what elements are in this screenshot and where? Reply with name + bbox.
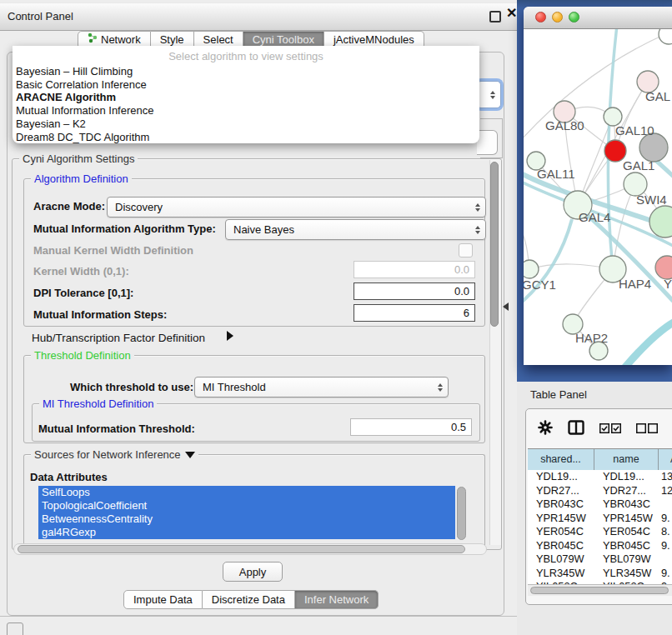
- mi-threshold-definition-title: MI Threshold Definition: [39, 398, 157, 410]
- aracne-mode-select[interactable]: Discovery: [107, 197, 486, 218]
- attribute-item[interactable]: SelfLoops: [38, 486, 455, 499]
- label-gal1: GAL1: [623, 158, 654, 172]
- label-y-partial: Y: [664, 277, 672, 291]
- mi-algorithm-type-label: Mutual Information Algorithm Type:: [33, 222, 216, 235]
- label-hap2: HAP2: [575, 331, 608, 345]
- control-panel-title: Control Panel: [8, 3, 73, 30]
- algorithm-option[interactable]: Mutual Information Inference: [13, 104, 479, 118]
- node-gcy1[interactable]: [524, 260, 539, 278]
- mi-steps-input[interactable]: [354, 304, 475, 322]
- which-threshold-value: MI Threshold: [203, 381, 266, 393]
- attribute-item[interactable]: TopologicalCoefficient: [38, 499, 455, 512]
- inference-algorithm-combo-fragment[interactable]: [477, 81, 501, 108]
- column-header-shared-name[interactable]: shared...: [528, 449, 594, 471]
- attributes-scrollbar-thumb[interactable]: [457, 487, 466, 540]
- table-hscrollbar-track[interactable]: [528, 584, 672, 596]
- label-gal-partial: GAL: [645, 89, 670, 103]
- kernel-width-input[interactable]: [354, 261, 475, 278]
- algorithm-option[interactable]: Dream8 DC_TDC Algorithm: [13, 131, 479, 143]
- mi-steps-label: Mutual Information Steps:: [33, 308, 167, 321]
- table-row[interactable]: YBR045CYBR045C9.: [528, 539, 672, 553]
- aracne-mode-value: Discovery: [115, 201, 163, 213]
- node-gray[interactable]: [639, 133, 668, 162]
- algorithm-option-highlighted[interactable]: ARACNE Algorithm: [13, 91, 479, 104]
- panel-collapse-arrow-icon[interactable]: [503, 302, 509, 311]
- mi-threshold-label: Mutual Information Threshold:: [38, 422, 195, 435]
- attribute-item[interactable]: gal4RGexp: [38, 526, 455, 539]
- split-columns-icon[interactable]: [568, 420, 584, 438]
- mi-threshold-input[interactable]: [350, 418, 472, 436]
- mi-algorithm-type-select[interactable]: Naive Bayes: [225, 219, 486, 240]
- algorithm-option[interactable]: Bayesian – Hill Climbing: [13, 65, 479, 78]
- close-window-button[interactable]: [535, 12, 546, 22]
- spinner-arrows-icon: [475, 226, 480, 234]
- manual-kernel-width-checkbox[interactable]: [459, 243, 473, 258]
- algorithm-option[interactable]: Basic Correlation Inference: [13, 78, 479, 92]
- column-header-partial[interactable]: A: [659, 449, 672, 471]
- table-panel: shared... name A YDL19...YDL19...13 YDR2…: [525, 408, 672, 605]
- tab-impute-data[interactable]: Impute Data: [123, 590, 203, 609]
- node-partial-top[interactable]: [659, 29, 672, 44]
- table-row[interactable]: YDR27...YDR27...12: [528, 484, 672, 498]
- collapse-down-icon[interactable]: [185, 452, 195, 458]
- bottom-tabstrip: Impute Data Discretize Data Infer Networ…: [123, 590, 379, 609]
- label-gal80: GAL80: [545, 118, 584, 132]
- network-graph: GAL GAL80 GAL10 GAL1 GAL11 GAL4 SWI4 GCY…: [524, 29, 672, 365]
- checked-pair-icon[interactable]: [599, 422, 621, 437]
- table-row[interactable]: YER054CYER054C8.: [528, 525, 672, 539]
- tab-discretize-data[interactable]: Discretize Data: [203, 590, 295, 609]
- algorithm-option[interactable]: Bayesian – K2: [13, 118, 479, 131]
- background-combo-fragment: [477, 130, 498, 155]
- table-row[interactable]: YBR043CYBR043C: [528, 498, 672, 512]
- label-hap4: HAP4: [619, 277, 651, 291]
- table-row[interactable]: YDL19...YDL19...13: [528, 470, 672, 484]
- table-panel-title: Table Panel: [530, 388, 587, 401]
- data-attributes-label: Data Attributes: [30, 471, 108, 483]
- node-salmon[interactable]: [655, 256, 672, 279]
- cyni-algorithm-settings-title: Cyni Algorithm Settings: [19, 152, 138, 165]
- sources-title: Sources for Network Inference: [31, 448, 198, 461]
- unchecked-pair-icon[interactable]: [636, 422, 658, 437]
- expand-right-icon[interactable]: [227, 331, 233, 341]
- mi-algorithm-type-value: Naive Bayes: [233, 223, 294, 236]
- table-toolbar: [526, 409, 672, 448]
- table-row[interactable]: YPR145WYPR145W9.: [528, 512, 672, 526]
- bottom-mini-button[interactable]: [7, 622, 23, 635]
- table-row[interactable]: YBL079WYBL079W: [528, 552, 672, 567]
- table-row[interactable]: YLR345WYLR345W9.: [528, 567, 672, 581]
- node-big-green[interactable]: [649, 206, 672, 238]
- attribute-item[interactable]: BetweennessCentrality: [38, 512, 455, 526]
- which-threshold-select[interactable]: MI Threshold: [194, 377, 449, 398]
- close-icon[interactable]: ✕: [506, 5, 517, 21]
- table-hscrollbar-thumb[interactable]: [530, 587, 669, 594]
- dpi-tolerance-input[interactable]: [354, 282, 475, 300]
- network-canvas[interactable]: GAL GAL80 GAL10 GAL1 GAL11 GAL4 SWI4 GCY…: [524, 29, 672, 365]
- dpi-tolerance-label: DPI Tolerance [0,1]:: [33, 287, 133, 299]
- column-header-name[interactable]: name: [594, 449, 659, 471]
- apply-button[interactable]: Apply: [223, 562, 283, 582]
- algorithm-definition-title: Algorithm Definition: [31, 172, 132, 185]
- screen: Control Panel ✕ Network Style Select Cyn…: [0, 0, 672, 635]
- which-threshold-label: Which threshold to use:: [70, 381, 193, 393]
- hub-definition-label: Hub/Transcription Factor Definition: [32, 332, 205, 344]
- gear-icon[interactable]: [538, 420, 553, 438]
- bottom-divider: [0, 616, 517, 617]
- label-gcy1: GCY1: [524, 278, 556, 292]
- minimize-window-button[interactable]: [552, 12, 563, 22]
- data-attributes-list[interactable]: SelfLoops TopologicalCoefficient Between…: [38, 486, 455, 539]
- spinner-arrows-icon: [438, 383, 443, 392]
- manual-kernel-width-label: Manual Kernel Width Definition: [33, 244, 193, 257]
- aracne-mode-label: Aracne Mode:: [33, 200, 105, 212]
- tab-infer-network[interactable]: Infer Network: [295, 590, 379, 609]
- network-window-titlebar[interactable]: [524, 7, 672, 29]
- settings-scrollbar-thumb[interactable]: [490, 162, 499, 327]
- float-window-icon[interactable]: [489, 11, 501, 22]
- label-gal10: GAL10: [615, 123, 654, 138]
- kernel-width-label: Kernel Width (0,1):: [33, 265, 129, 278]
- label-gal11: GAL11: [537, 167, 575, 181]
- settings-hscrollbar-thumb[interactable]: [18, 545, 465, 553]
- zoom-window-button[interactable]: [569, 12, 579, 22]
- network-view-window: GAL GAL80 GAL10 GAL1 GAL11 GAL4 SWI4 GCY…: [524, 7, 672, 365]
- algorithm-dropdown-popup: Select algorithm to view settings Bayesi…: [13, 46, 479, 143]
- table-body[interactable]: YDL19...YDL19...13 YDR27...YDR27...12 YB…: [528, 470, 672, 584]
